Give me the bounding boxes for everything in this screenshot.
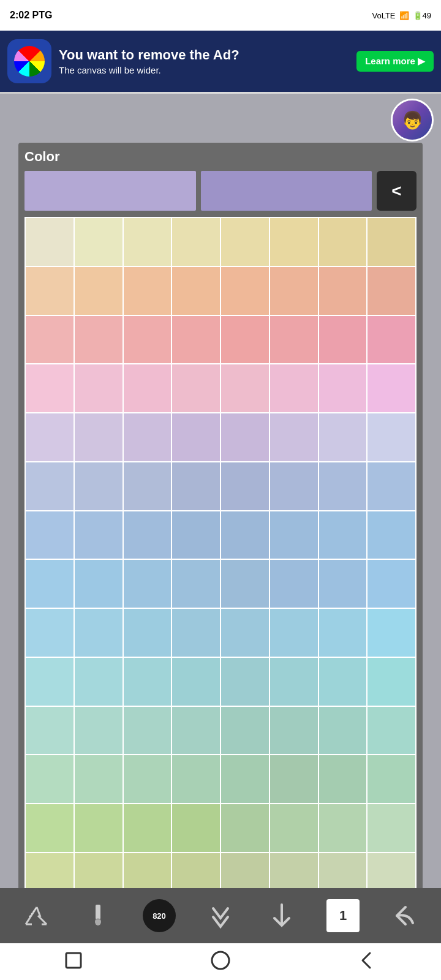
- color-cell[interactable]: [124, 413, 172, 461]
- color-cell[interactable]: [26, 364, 74, 412]
- color-cell[interactable]: [75, 364, 123, 412]
- color-cell[interactable]: [270, 218, 318, 266]
- color-cell[interactable]: [172, 364, 220, 412]
- color-cell[interactable]: [75, 609, 123, 657]
- color-cell[interactable]: [172, 267, 220, 315]
- color-cell[interactable]: [26, 658, 74, 706]
- color-cell[interactable]: [319, 364, 367, 412]
- color-cell[interactable]: [124, 364, 172, 412]
- learn-more-button[interactable]: Learn more ▶: [356, 51, 434, 72]
- color-cell[interactable]: [75, 755, 123, 803]
- nav-home-button[interactable]: [209, 949, 232, 974]
- color-cell[interactable]: [270, 316, 318, 364]
- color-cell[interactable]: [319, 316, 367, 364]
- color-cell[interactable]: [124, 560, 172, 608]
- color-cell[interactable]: [124, 316, 172, 364]
- color-cell[interactable]: [368, 413, 415, 461]
- color-cell[interactable]: [221, 364, 269, 412]
- color-cell[interactable]: [124, 267, 172, 315]
- color-cell[interactable]: [26, 413, 74, 461]
- color-cell[interactable]: [221, 511, 269, 559]
- color-cell[interactable]: [172, 804, 220, 852]
- color-cell[interactable]: [319, 462, 367, 510]
- color-cell[interactable]: [124, 511, 172, 559]
- color-cell[interactable]: [26, 804, 74, 852]
- color-preview-right[interactable]: [201, 171, 372, 211]
- color-cell[interactable]: [319, 609, 367, 657]
- color-cell[interactable]: [319, 267, 367, 315]
- color-cell[interactable]: [75, 413, 123, 461]
- color-cell[interactable]: [75, 707, 123, 755]
- color-cell[interactable]: [26, 316, 74, 364]
- down-arrow-1-button[interactable]: [199, 894, 242, 937]
- color-cell[interactable]: [221, 316, 269, 364]
- color-cell[interactable]: [270, 413, 318, 461]
- color-cell[interactable]: [124, 755, 172, 803]
- color-cell[interactable]: [319, 658, 367, 706]
- color-cell[interactable]: [75, 658, 123, 706]
- color-cell[interactable]: [172, 511, 220, 559]
- color-cell[interactable]: [124, 707, 172, 755]
- color-preview-left[interactable]: [24, 171, 196, 211]
- color-cell[interactable]: [319, 707, 367, 755]
- color-cell[interactable]: [221, 804, 269, 852]
- color-cell[interactable]: [26, 267, 74, 315]
- color-cell[interactable]: [172, 462, 220, 510]
- color-cell[interactable]: [26, 609, 74, 657]
- color-cell[interactable]: [75, 218, 123, 266]
- color-cell[interactable]: [172, 707, 220, 755]
- color-cell[interactable]: [221, 707, 269, 755]
- color-cell[interactable]: [319, 511, 367, 559]
- color-cell[interactable]: [368, 707, 415, 755]
- color-cell[interactable]: [75, 511, 123, 559]
- color-cell[interactable]: [221, 267, 269, 315]
- color-cell[interactable]: [368, 462, 415, 510]
- color-cell[interactable]: [270, 462, 318, 510]
- color-cell[interactable]: [75, 804, 123, 852]
- color-cell[interactable]: [26, 218, 74, 266]
- color-cell[interactable]: [26, 560, 74, 608]
- color-cell[interactable]: [26, 755, 74, 803]
- color-cell[interactable]: [270, 267, 318, 315]
- color-cell[interactable]: [319, 413, 367, 461]
- color-cell[interactable]: [368, 267, 415, 315]
- color-cell[interactable]: [124, 804, 172, 852]
- color-cell[interactable]: [270, 511, 318, 559]
- nav-back-button[interactable]: [356, 949, 379, 974]
- color-cell[interactable]: [124, 218, 172, 266]
- color-cell[interactable]: [75, 316, 123, 364]
- color-cell[interactable]: [172, 218, 220, 266]
- color-cell[interactable]: [75, 560, 123, 608]
- color-cell[interactable]: [368, 316, 415, 364]
- color-cell[interactable]: [124, 658, 172, 706]
- color-cell[interactable]: [270, 658, 318, 706]
- color-cell[interactable]: [172, 413, 220, 461]
- color-cell[interactable]: [368, 755, 415, 803]
- color-cell[interactable]: [368, 804, 415, 852]
- color-cell[interactable]: [124, 462, 172, 510]
- color-cell[interactable]: [221, 755, 269, 803]
- color-cell[interactable]: [270, 609, 318, 657]
- color-cell[interactable]: [270, 364, 318, 412]
- down-arrow-2-button[interactable]: [260, 894, 303, 937]
- back-button[interactable]: <: [377, 171, 417, 211]
- color-cell[interactable]: [172, 658, 220, 706]
- color-cell[interactable]: [270, 804, 318, 852]
- selection-tool-button[interactable]: [15, 894, 58, 937]
- color-cell[interactable]: [221, 218, 269, 266]
- color-cell[interactable]: [221, 413, 269, 461]
- color-cell[interactable]: [368, 364, 415, 412]
- color-cell[interactable]: [368, 560, 415, 608]
- color-cell[interactable]: [221, 560, 269, 608]
- color-cell[interactable]: [172, 316, 220, 364]
- layers-button[interactable]: 1: [322, 894, 364, 937]
- avatar[interactable]: 👦: [391, 99, 434, 141]
- color-cell[interactable]: [368, 218, 415, 266]
- color-cell[interactable]: [368, 511, 415, 559]
- color-cell[interactable]: [319, 560, 367, 608]
- brush-tool-button[interactable]: [77, 894, 119, 937]
- color-cell[interactable]: [368, 609, 415, 657]
- brush-size-button[interactable]: 820: [138, 894, 181, 937]
- color-cell[interactable]: [172, 560, 220, 608]
- color-cell[interactable]: [26, 707, 74, 755]
